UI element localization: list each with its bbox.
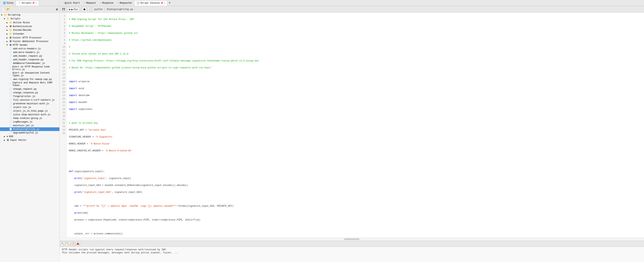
upgradehttp-label: UpgradeHttp1To2.js	[13, 132, 38, 134]
scripts-tab-pin-icon[interactable]: 📌	[32, 2, 35, 4]
run-button[interactable]: ▶ ▶ Run	[67, 7, 80, 12]
tab-quickstart[interactable]: ⚡ Quick Start	[60, 0, 82, 6]
run-play-icon: ▶	[69, 8, 71, 11]
tab-scripts[interactable]: 📄 Scripts 📌 ✕	[16, 0, 39, 6]
code-line-24: print('signature_input', signature_input…	[69, 177, 642, 180]
requester-icon: ⬅	[118, 1, 119, 4]
code-line-3: # Michal Walkowski - https://mwalkowski.…	[69, 31, 642, 35]
tree-item-fingerprinter[interactable]: 📄 fingerprinter.js	[0, 94, 60, 98]
hud-folder-icon: ●	[6, 135, 8, 138]
code-line-28: cmd = """printf %s "{}" | openssl dgst -…	[69, 204, 642, 208]
tree-item-encodedecode[interactable]: ▶ 📁 Encode/Decode	[0, 28, 60, 32]
sidebar-new-icon[interactable]: 📄	[2, 7, 6, 11]
tree-item-injectjsinhtml[interactable]: 📄 inject_js_in_html_page.js	[0, 109, 60, 113]
tree-item-addheaderresponse[interactable]: 📄 add_header_response.py	[0, 58, 60, 61]
editor-toolbar: 💾 ▶ ▶ Run ⏹ ⬜ python : RsaSigningForZap.…	[60, 6, 644, 13]
code-line-2: # HelpAddOn Script - HTTPSender	[69, 24, 642, 28]
save-button[interactable]: 💾	[61, 7, 66, 12]
tree-item-scripts[interactable]: ▼ 📁 Scripts	[0, 17, 60, 21]
addmoreheaders-file-icon: 📄	[9, 51, 12, 54]
add-tab-button[interactable]: +	[168, 1, 171, 5]
sidebar-open-icon[interactable]: 📂	[6, 7, 10, 11]
code-content[interactable]: # RSA Signing Script for Zed Attack Prox…	[66, 13, 644, 238]
tree-item-upgradehttp[interactable]: 📄 UpgradeHttp1To2.js	[0, 131, 60, 135]
tree-item-addbearertokenheader[interactable]: 📄 AddBearerTokenHeader.js	[0, 61, 60, 65]
fuzzerhttpprocessor-arrow-icon: ▶	[6, 37, 9, 39]
sites-tab-label: Sites	[7, 2, 14, 4]
awssigning-file-icon: 📄	[9, 78, 12, 81]
httpsender-label: HTTP Sender	[13, 44, 28, 46]
tree-item-fullsessioncsrf[interactable]: 📄 full-session-n-csrf-nashorn.js	[0, 98, 60, 102]
greenboneauth-file-icon: 📄	[9, 102, 12, 105]
tree-item-addheaderrequest[interactable]: 📄 add_header_request.py	[0, 54, 60, 58]
tree-item-maintainjwt[interactable]: 📄 maintain-jwt.js	[0, 124, 60, 127]
tree-item-alerthttpresponsecode[interactable]: 📄 Alert on HTTP Response Code Errors.js	[0, 65, 60, 71]
alertunexpectedcontenttypes-file-icon: 📄	[9, 73, 12, 76]
tab-scriptconsole[interactable]: 📋 Script Console 📌 ✕	[134, 0, 167, 6]
fuzzerhttpprocessor-folder-icon: 🖥	[9, 36, 12, 39]
sidebar-settings-icon[interactable]: ⚙	[56, 7, 58, 11]
stop-button[interactable]: ⏹	[82, 7, 87, 12]
layout-button[interactable]: ⬜	[88, 7, 92, 12]
tree-item-changeresponse[interactable]: 📄 change_response.py	[0, 91, 60, 94]
tree-item-httpsender[interactable]: ▼ 🖥 HTTP Sender	[0, 43, 60, 47]
scripts-tab-close-icon[interactable]: ✕	[36, 2, 37, 4]
scriptconsole-pin-icon[interactable]: 📌	[160, 2, 163, 4]
bottom-edit-button[interactable]: ✏️	[66, 242, 70, 246]
tree-item-inputvector[interactable]: ▶ 🖥 Input Vector	[0, 138, 60, 142]
activerules-label: Active Rules	[13, 21, 30, 24]
tree-item-greenboneauth[interactable]: 📄 greenbone-maintain-auth.js	[0, 102, 60, 105]
logmessages-label: LogMessages.js	[13, 121, 32, 123]
tree-item-activerules[interactable]: ▶ 📁 Active Rules	[0, 21, 60, 24]
bottom-info-panel: HTTP Sender scripts run against every re…	[60, 247, 644, 262]
tab-request[interactable]: ➡ Request	[82, 0, 98, 6]
tree-item-rsasigning[interactable]: 📄 RsaSigningForZap.py	[0, 127, 60, 131]
bottom-copy-button[interactable]: 📋	[71, 242, 75, 246]
tree-item-keepcookiesgoing[interactable]: 📄 keep-cookies-going.js	[0, 116, 60, 120]
bottom-export-button[interactable]: 📤	[76, 242, 80, 246]
quickstart-icon: ⚡	[62, 1, 64, 4]
bottom-wrench-button[interactable]: 🔧	[61, 242, 65, 246]
code-line-27	[69, 198, 642, 201]
code-line-14: import subprocess	[69, 108, 642, 111]
tree-item-alertunexpectedcontenttypes[interactable]: 📄 Alert on Unexpected Content Types.js	[0, 71, 60, 77]
httpsender-folder-icon: 🖥	[9, 44, 12, 46]
scripts-arrow-icon: ▼	[4, 18, 6, 20]
scripts-folder-icon: 📁	[6, 17, 10, 20]
tree-item-logmessages[interactable]: 📄 LogMessages.js	[0, 120, 60, 124]
activerules-folder-icon: 📁	[9, 21, 12, 24]
tree-item-hud[interactable]: ▶ ● HUD	[0, 135, 60, 138]
scroll-indicator[interactable]	[344, 238, 360, 240]
tree-item-addextraheaders[interactable]: 📄 add-extra-headers.js	[0, 47, 60, 50]
code-line-12: import datetime	[69, 94, 642, 97]
code-editor[interactable]: 1 2 3 4 5 6 7 8 9 10 11 12 13 14 15 16 1	[60, 13, 644, 238]
tree-item-captureanticsrf[interactable]: 📄 Capture and Replace Anti CSRF Token.	[0, 81, 60, 87]
toolbar-separator-1	[81, 7, 81, 11]
tree-item-awssigning[interactable]: 📄 aws-signing-for-owasp-zap.py	[0, 77, 60, 81]
tree-item-scripting[interactable]: ▼ 📁 Scripting	[0, 13, 60, 17]
scripts-tab-label: Scripts	[22, 2, 31, 4]
tree-item-fuzzerwebsocketprocessor[interactable]: ▶ 🖥 Fuzzer WebSocket Processor	[0, 39, 60, 43]
tree-item-fuzzerhttpprocessor[interactable]: ▶ 🖥 Fuzzer HTTP Processor	[0, 36, 60, 39]
tree-item-juiceshopauth[interactable]: 📄 juice-shop-maintain-auth.js	[0, 113, 60, 116]
editor-bottom-bar: 🔧 ✏️ 📋 📤	[60, 241, 644, 247]
addmoreheaders-label: add-more-headers.js	[13, 51, 40, 54]
code-line-15	[69, 114, 642, 118]
tab-response[interactable]: ⬅ Response	[98, 0, 116, 6]
scriptconsole-close-icon[interactable]: ✕	[164, 2, 165, 4]
tree-item-extender[interactable]: ▶ 📁 Extender	[0, 32, 60, 36]
tree-item-authentication[interactable]: ▶ 🖥 Authentication	[0, 24, 60, 28]
tree-item-injectxss[interactable]: 📄 inject-xss.js	[0, 105, 60, 109]
tab-sites[interactable]: 🌐 Sites	[1, 0, 16, 6]
tab-requester[interactable]: ⬅ Requester	[116, 0, 134, 6]
addheaderresponse-label: add_header_response.py	[13, 58, 44, 61]
captureanticsrf-label: Capture and Replace Anti CSRF Token.	[12, 81, 59, 87]
addextraheaders-label: add-extra-headers.js	[13, 47, 41, 50]
tree-item-changerequest[interactable]: 📄 change_request.py	[0, 87, 60, 91]
tree-item-addmoreheaders[interactable]: 📄 add-more-headers.js	[0, 50, 60, 54]
code-line-6: # Tested with Jython 14 beta and ZAP 2.1…	[69, 52, 642, 56]
code-scrollbar-row	[60, 238, 644, 241]
greenboneauth-label: greenbone-maintain-auth.js	[13, 102, 49, 105]
rsasigning-file-icon: 📄	[9, 128, 12, 131]
scripting-folder-icon: 📁	[4, 13, 7, 16]
